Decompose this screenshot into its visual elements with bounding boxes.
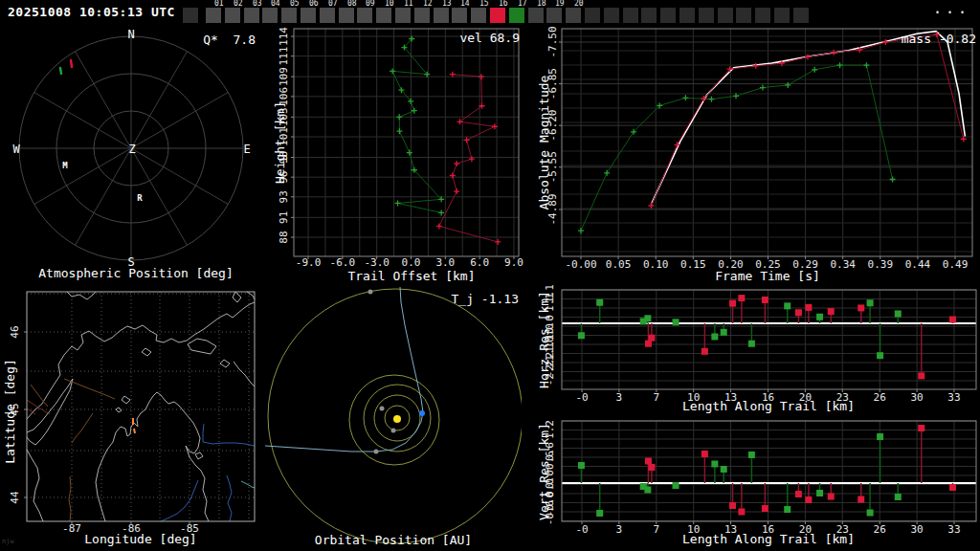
frame-number: 04 xyxy=(271,0,280,8)
frame-indicator-07[interactable] xyxy=(320,8,335,23)
frame-number: 01 xyxy=(214,0,224,8)
frame-indicator-01[interactable] xyxy=(206,8,221,23)
mag-y-axis-label: Absolute Magnitude xyxy=(538,76,550,210)
svg-text:9.0: 9.0 xyxy=(504,256,523,269)
frame-indicator-blank[interactable] xyxy=(699,8,714,23)
frame-indicator-blank[interactable] xyxy=(755,8,770,23)
frame-indicator-05[interactable] xyxy=(281,8,297,23)
frame-indicator-16[interactable] xyxy=(490,8,505,23)
atmospheric-position-plot xyxy=(0,25,273,287)
svg-text:-7.50: -7.50 xyxy=(546,26,559,57)
svg-text:0.34: 0.34 xyxy=(830,258,856,271)
frame-indicator-blank[interactable] xyxy=(641,8,657,23)
frame-indicator-blank[interactable] xyxy=(793,8,809,23)
frame-indicator-blank[interactable] xyxy=(183,8,198,23)
frame-number: 09 xyxy=(366,0,375,8)
panel-light-curve: -0.000.050.100.150.200.250.290.340.390.4… xyxy=(531,25,980,287)
svg-text:30: 30 xyxy=(910,523,923,536)
trail-offset-plot: -9.0-6.0-3.00.03.06.09.08891939698101103… xyxy=(273,25,531,287)
svg-text:44: 44 xyxy=(9,491,21,504)
frame-indicator-blank[interactable] xyxy=(774,8,790,23)
frame-indicator-08[interactable] xyxy=(339,8,354,23)
frame-number: 14 xyxy=(460,0,470,8)
vert-y-axis-label: Vert Res [km] xyxy=(538,423,550,520)
trail-x-axis-label: Trail Offset [km] xyxy=(347,270,475,282)
svg-text:0.10: 0.10 xyxy=(643,258,669,271)
tisserand-badge: T_j -1.13 xyxy=(452,292,519,306)
frame-indicator-blank[interactable] xyxy=(679,8,695,23)
frame-indicator-04[interactable] xyxy=(262,8,278,23)
svg-text:0.39: 0.39 xyxy=(868,258,894,271)
menu-dots-button[interactable]: ... xyxy=(933,0,970,17)
frame-number: 05 xyxy=(290,0,300,8)
frame-number: 11 xyxy=(404,0,413,8)
svg-text:33: 33 xyxy=(947,523,960,536)
svg-text:3: 3 xyxy=(616,391,623,404)
frame-indicator-06[interactable] xyxy=(301,8,316,23)
light-curve-plot: -0.000.050.100.150.200.250.290.340.390.4… xyxy=(531,25,980,287)
frame-indicator-12[interactable] xyxy=(414,8,430,23)
frame-number: 15 xyxy=(479,0,489,8)
svg-text:6.0: 6.0 xyxy=(470,256,489,269)
svg-text:-0: -0 xyxy=(575,523,588,536)
q-value-label: Q* 7.8 xyxy=(203,33,256,47)
frame-number: 12 xyxy=(423,0,433,8)
frame-indicator-03[interactable] xyxy=(244,8,259,23)
svg-text:0.44: 0.44 xyxy=(905,258,931,271)
compass-east-label: E xyxy=(243,143,250,156)
frame-indicator-15[interactable] xyxy=(471,8,486,23)
compass-north-label: N xyxy=(127,29,134,41)
frame-indicator-blank[interactable] xyxy=(585,8,600,23)
panel-horz-residuals: -03710131620232630331.11.10.00.0-1.1-1.1… xyxy=(522,282,980,419)
svg-text:7: 7 xyxy=(654,391,660,404)
svg-text:3: 3 xyxy=(616,523,623,536)
frame-indicator-20[interactable] xyxy=(566,8,581,23)
frame-number: 16 xyxy=(499,0,508,8)
frame-number: 10 xyxy=(385,0,394,8)
frame-indicator-blank[interactable] xyxy=(604,8,619,23)
panel-trail-offset: -9.0-6.0-3.00.03.06.09.08891939698101103… xyxy=(273,25,531,287)
svg-text:-0: -0 xyxy=(575,391,588,404)
panel-vert-residuals: -03710131620232630331.20.60.60.00.0-0.6-… xyxy=(522,419,980,551)
map-y-axis-label: Latitude [deg] xyxy=(4,359,16,464)
frame-indicator-blank[interactable] xyxy=(660,8,676,23)
frame-indicator-13[interactable] xyxy=(434,8,449,23)
panel-title-orbit: Orbital Position [AU] xyxy=(315,534,472,546)
frame-indicator-blank[interactable] xyxy=(736,8,751,23)
frame-number: 17 xyxy=(518,0,527,8)
ground-track-map: -87-86-85464544 xyxy=(0,287,265,551)
frame-indicator-11[interactable] xyxy=(395,8,411,23)
svg-text:-3.0: -3.0 xyxy=(364,256,390,269)
orbital-position-plot xyxy=(265,287,522,551)
svg-text:-87: -87 xyxy=(62,522,81,535)
frame-number: 08 xyxy=(347,0,357,8)
svg-text:3.0: 3.0 xyxy=(435,256,455,269)
frame-number: 07 xyxy=(328,0,338,8)
frame-indicator-14[interactable] xyxy=(452,8,467,23)
horz-y-axis-label: Horz Res [km] xyxy=(538,291,550,388)
frame-number: 18 xyxy=(537,0,546,8)
mag-x-axis-label: Frame Time [s] xyxy=(715,270,820,282)
frame-indicator-blank[interactable] xyxy=(623,8,638,23)
frame-indicator-18[interactable] xyxy=(528,8,544,23)
meteor-analysis-dashboard: { "header": { "timestamp": "20251008 10:… xyxy=(0,0,980,551)
zenith-label: Z xyxy=(128,143,135,156)
panel-title-atmospheric: Atmospheric Position [deg] xyxy=(38,267,234,279)
radiant-marker-label: R xyxy=(137,192,142,205)
moon-marker-label: M xyxy=(62,160,67,172)
map-x-axis-label: Longitude [deg] xyxy=(84,533,196,545)
svg-text:0.15: 0.15 xyxy=(680,258,706,271)
frame-indicator-09[interactable] xyxy=(357,8,372,23)
svg-text:-6.0: -6.0 xyxy=(330,256,356,269)
svg-text:33: 33 xyxy=(947,391,960,404)
frame-indicator-02[interactable] xyxy=(225,8,240,23)
svg-text:114: 114 xyxy=(278,27,290,46)
timestamp: 20251008 10:05:13 UTC xyxy=(8,5,175,19)
status-bar: 20251008 10:05:13 UTC 010203040506070809… xyxy=(0,0,980,25)
frame-indicator-19[interactable] xyxy=(546,8,562,23)
frame-indicator-blank[interactable] xyxy=(718,8,733,23)
svg-text:109: 109 xyxy=(278,67,290,86)
frame-number: 20 xyxy=(574,0,584,8)
frame-indicator-17[interactable] xyxy=(509,8,524,23)
frame-indicator-10[interactable] xyxy=(376,8,391,23)
